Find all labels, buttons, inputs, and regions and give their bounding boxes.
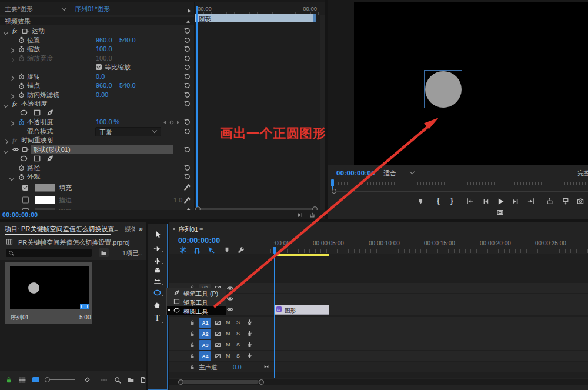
eye-icon[interactable] (226, 306, 234, 313)
linked-selection-icon[interactable] (208, 246, 215, 254)
reset-icon[interactable] (184, 64, 191, 71)
expand-icon[interactable] (9, 76, 14, 81)
collapse-expand-icon[interactable] (9, 176, 14, 181)
tab-sequence01[interactable]: 序列01 (178, 226, 198, 233)
search-input[interactable] (6, 249, 92, 257)
insert-nest-icon[interactable] (179, 246, 186, 254)
expand-icon[interactable] (9, 58, 14, 62)
sync-lock-icon[interactable] (215, 342, 221, 348)
stroke-checkbox[interactable] (22, 197, 29, 204)
mark-in-icon[interactable]: { (437, 197, 440, 204)
thumbnail-zoom-slider[interactable] (45, 377, 75, 383)
eye-icon[interactable] (226, 295, 234, 302)
stopwatch-icon[interactable] (18, 164, 25, 171)
find-icon[interactable] (114, 376, 121, 384)
item-name[interactable]: 序列01 (11, 315, 29, 321)
project-writable-icon[interactable] (5, 376, 12, 384)
more-tabs-chevrons[interactable]: » (139, 225, 143, 232)
monitor-scrub-ticks[interactable] (338, 182, 588, 185)
effect-row-path[interactable]: 路径 (0, 163, 194, 172)
stopwatch-icon[interactable] (18, 91, 25, 98)
pen-mask-icon[interactable] (46, 155, 54, 162)
menu-item-ellipse-tool[interactable]: 椭圆工具 (167, 306, 226, 315)
effect-row-stroke[interactable]: 描边 1.0 (0, 194, 194, 207)
snap-magnet-icon[interactable] (193, 246, 201, 254)
lift-icon[interactable] (546, 198, 553, 205)
scroll-handle-right[interactable] (259, 379, 264, 385)
stopwatch-icon-active[interactable] (18, 119, 25, 126)
reset-icon[interactable] (184, 128, 191, 135)
anchor-x-value[interactable]: 960.0 (96, 82, 112, 89)
anchor-y-value[interactable]: 540.0 (119, 82, 136, 89)
monitor-scrollbar[interactable] (336, 191, 588, 192)
effect-row-appearance[interactable]: 外观 (0, 172, 194, 182)
stopwatch-icon[interactable] (18, 36, 25, 44)
collapse-expand-icon[interactable] (4, 30, 8, 35)
comparison-view-icon[interactable] (496, 209, 505, 216)
add-marker-icon[interactable] (417, 198, 424, 205)
reset-icon[interactable] (184, 146, 191, 153)
tab-project[interactable]: 项目: PR关键帧空间差值怎么切换设置 (5, 226, 114, 232)
sequence-thumbnail[interactable] (10, 266, 89, 309)
position-y-value[interactable]: 540.0 (119, 36, 136, 43)
reset-icon[interactable] (184, 55, 191, 62)
play-around-icon[interactable] (297, 212, 303, 218)
lock-icon[interactable] (189, 353, 195, 359)
lock-icon[interactable] (189, 364, 195, 371)
mute-button[interactable]: M (226, 342, 230, 348)
expand-icon[interactable] (4, 139, 8, 144)
reset-icon[interactable] (184, 92, 191, 98)
master-volume-value[interactable]: 0.0 (233, 364, 242, 371)
expand-icon[interactable] (9, 48, 14, 53)
go-to-in-icon[interactable] (466, 198, 473, 205)
timeline-timecode[interactable]: 00:00:00:00 (178, 237, 220, 245)
pan-icon[interactable] (263, 364, 269, 369)
track-target-badge[interactable]: A2 (199, 329, 211, 339)
reset-icon[interactable] (184, 37, 191, 44)
mute-button[interactable]: M (226, 331, 230, 336)
reset-icon[interactable] (184, 101, 191, 107)
sort-icon[interactable] (84, 376, 91, 383)
blend-mode-select[interactable]: 正常 (95, 127, 161, 136)
selection-tool[interactable] (154, 231, 162, 238)
type-tool[interactable]: T (155, 314, 160, 322)
mic-icon[interactable] (246, 352, 253, 359)
effect-row-scale[interactable]: 缩放 100.0 (0, 45, 194, 54)
solo-button[interactable]: S (236, 331, 240, 336)
rect-mask-icon[interactable] (33, 155, 41, 162)
effect-row-antiflicker[interactable]: 防闪烁滤镜 0.00 (0, 90, 194, 99)
effect-row-fill[interactable]: 填充 (0, 181, 194, 194)
fill-checkbox[interactable] (22, 185, 28, 191)
collapse-expand-icon[interactable] (4, 103, 8, 108)
icon-view-button[interactable] (32, 377, 39, 382)
effect-row-time-remap[interactable]: fx 时间重映射 (0, 136, 194, 145)
reset-icon[interactable] (184, 165, 191, 171)
step-back-icon[interactable] (483, 198, 489, 205)
add-keyframe-icon[interactable] (169, 120, 174, 125)
scale-value[interactable]: 100.0 (96, 46, 112, 52)
list-view-icon[interactable] (18, 376, 26, 384)
effect-row-motion[interactable]: fx 运动 (0, 26, 194, 36)
effect-row-opacity[interactable]: 不透明度 100.0 % (0, 118, 194, 127)
reset-icon[interactable] (184, 119, 191, 125)
ripple-edit-tool[interactable] (153, 258, 161, 265)
add-marker-icon[interactable] (224, 247, 230, 253)
new-item-icon[interactable] (140, 376, 146, 384)
solo-button[interactable]: S (236, 320, 240, 325)
extract-icon[interactable] (562, 198, 569, 205)
ellipse-tool-active[interactable] (153, 289, 162, 296)
eye-icon[interactable] (226, 285, 234, 292)
reset-icon[interactable] (184, 82, 191, 89)
stopwatch-icon[interactable] (18, 174, 25, 181)
reset-icon[interactable] (184, 74, 191, 80)
next-keyframe-icon[interactable] (176, 120, 181, 125)
timeline-ruler[interactable]: :00:00 00:00:05:00 00:00:10:00 00:00:15:… (270, 234, 588, 254)
effect-row-anchor[interactable]: 锚点 960.0 540.0 (0, 81, 194, 91)
effect-row-uniform-scale[interactable]: 等比缩放 (0, 63, 194, 72)
timeline-playhead-line[interactable] (274, 252, 275, 378)
timeline-scrollbar[interactable] (169, 379, 588, 385)
panel-menu-icon[interactable]: ≡ (199, 226, 203, 233)
new-bin-icon[interactable] (127, 376, 135, 384)
expand-icon[interactable] (9, 94, 14, 99)
zoom-level-select[interactable]: 适合 (381, 168, 417, 177)
